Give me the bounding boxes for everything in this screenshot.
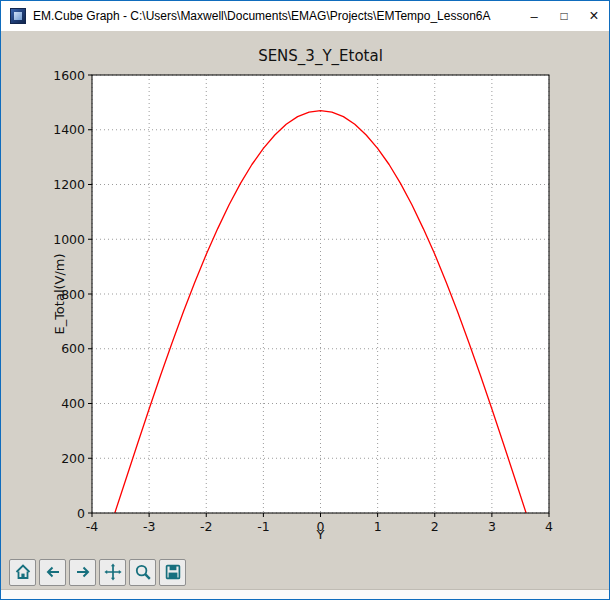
home-button[interactable] (9, 559, 36, 586)
x-tick-label: -1 (257, 519, 269, 534)
minimize-button[interactable]: – (519, 1, 549, 31)
x-tick-label: -4 (86, 519, 99, 534)
x-tick-label: 3 (488, 519, 496, 534)
y-tick-label: 600 (61, 341, 85, 356)
save-button[interactable] (159, 559, 186, 586)
y-tick-label: 1400 (53, 122, 85, 137)
zoom-magnifier-icon (134, 563, 152, 581)
pan-move-icon (104, 563, 122, 581)
close-button[interactable]: × (579, 1, 609, 31)
zoom-button[interactable] (129, 559, 156, 586)
app-logo-icon (10, 8, 26, 24)
x-tick-label: 4 (545, 519, 553, 534)
status-strip (1, 589, 609, 599)
forward-arrow-icon (74, 563, 92, 581)
back-arrow-icon (44, 563, 62, 581)
pan-button[interactable] (99, 559, 126, 586)
forward-button[interactable] (69, 559, 96, 586)
x-tick-label: 2 (431, 519, 439, 534)
y-tick-label: 400 (61, 396, 85, 411)
app-window: EM.Cube Graph - C:\Users\Maxwell\Documen… (0, 0, 610, 600)
nav-toolbar (1, 555, 609, 589)
y-tick-label: 1600 (53, 68, 85, 83)
y-tick-label: 200 (61, 451, 85, 466)
y-tick-label: 1200 (53, 177, 85, 192)
chart-title: SENS_3_Y_Etotal (258, 47, 383, 66)
y-tick-label: 0 (77, 506, 85, 521)
y-axis-label: E_Total(V/m) (52, 253, 67, 334)
title-bar[interactable]: EM.Cube Graph - C:\Users\Maxwell\Documen… (1, 1, 609, 31)
x-tick-label: -2 (200, 519, 212, 534)
y-tick-label: 1000 (53, 232, 85, 247)
figure-area: -4-3-2-101234020040060080010001200140016… (1, 31, 609, 555)
chart-canvas[interactable]: -4-3-2-101234020040060080010001200140016… (1, 31, 609, 555)
maximize-button[interactable]: □ (549, 1, 579, 31)
back-button[interactable] (39, 559, 66, 586)
window-title: EM.Cube Graph - C:\Users\Maxwell\Documen… (33, 9, 491, 23)
window-controls: – □ × (519, 1, 609, 31)
x-axis-label: Y (316, 527, 325, 542)
x-tick-label: 1 (374, 519, 382, 534)
home-icon (14, 563, 32, 581)
x-tick-label: -3 (143, 519, 155, 534)
save-floppy-icon (164, 563, 182, 581)
